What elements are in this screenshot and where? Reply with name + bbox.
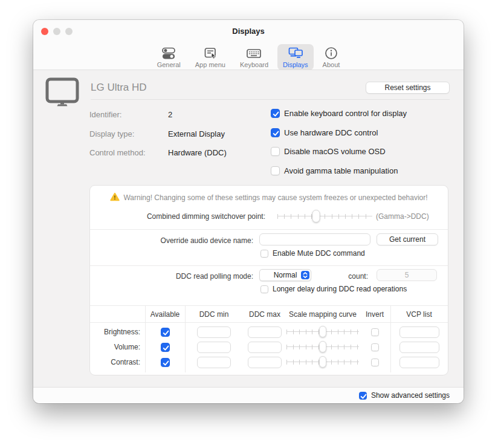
table-header-row: Available DDC min DDC max Scale mapping … — [90, 309, 448, 320]
panel-divider — [90, 305, 448, 306]
checkmark-icon — [360, 392, 367, 400]
option-hardware-ddc: Use hardware DDC control — [271, 128, 378, 137]
disable-osd-checkbox[interactable] — [271, 147, 280, 156]
checkbox-label: Enable Mute DDC command — [273, 249, 365, 258]
brightness-curve-slider[interactable] — [291, 326, 355, 339]
dimming-switchover-slider[interactable] — [277, 210, 372, 222]
brightness-ddc-max-input[interactable] — [248, 326, 282, 338]
contrast-ddc-min-input[interactable] — [197, 357, 231, 368]
checkbox-label: Use hardware DDC control — [284, 128, 378, 137]
volume-vcp-input[interactable] — [399, 342, 439, 353]
contrast-ddc-max-input[interactable] — [248, 357, 282, 368]
brightness-ddc-min-input[interactable] — [197, 326, 231, 338]
table-row-contrast: Contrast: — [90, 355, 448, 369]
panel-divider — [90, 229, 448, 230]
warning-row: Warning! Changing some of these settings… — [90, 192, 448, 203]
volume-invert-checkbox[interactable] — [371, 343, 379, 351]
slider-knob[interactable] — [319, 356, 326, 368]
show-advanced-checkbox[interactable] — [359, 392, 367, 400]
slider-knob[interactable] — [312, 210, 320, 222]
tab-label: General — [157, 61, 181, 68]
tab-general[interactable]: General — [152, 44, 186, 70]
warning-text: Warning! Changing some of these settings… — [123, 193, 427, 202]
volume-curve-slider[interactable] — [291, 341, 355, 354]
keyboard-icon — [246, 46, 262, 60]
tab-app-menu[interactable]: App menu — [190, 44, 231, 70]
displays-icon — [288, 46, 303, 60]
tab-about[interactable]: About — [317, 44, 346, 70]
preferences-toolbar: General App menu — [33, 43, 464, 70]
panel-divider — [90, 265, 448, 266]
hardware-ddc-checkbox[interactable] — [271, 128, 280, 137]
col-vcp-header: VCP list — [390, 310, 448, 319]
table-row-volume: Volume: — [90, 340, 448, 354]
identifier-value: 2 — [168, 110, 172, 119]
polling-mode-select[interactable]: Normal — [259, 269, 311, 281]
row-label: Contrast: — [90, 358, 145, 366]
count-label: count: — [348, 272, 368, 281]
slider-knob[interactable] — [319, 341, 326, 352]
header-divider — [91, 99, 450, 100]
display-type-label: Display type: — [89, 129, 165, 138]
checkmark-icon — [272, 110, 280, 118]
longer-delay-option: Longer delay during DDC read operations — [260, 285, 407, 293]
col-invert-header: Invert — [359, 310, 390, 319]
option-keyboard-control: Enable keyboard control for display — [271, 109, 407, 118]
title-bar[interactable]: Displays — [33, 20, 464, 43]
table-header-divider — [90, 322, 448, 323]
brightness-invert-checkbox[interactable] — [371, 328, 379, 336]
control-method-value: Hardware (DDC) — [168, 148, 227, 157]
checkmark-icon — [162, 344, 170, 352]
dimming-suffix-label: (Gamma->DDC) — [376, 212, 429, 221]
volume-ddc-min-input[interactable] — [197, 342, 231, 353]
tab-label: About — [323, 61, 340, 68]
identifier-label: Identifier: — [89, 110, 165, 119]
checkbox-label: Show advanced settings — [371, 391, 450, 400]
contrast-available-checkbox[interactable] — [161, 358, 170, 367]
longer-delay-checkbox[interactable] — [260, 285, 268, 293]
row-label: Volume: — [90, 343, 145, 351]
override-audio-label: Override audio device name: — [161, 236, 253, 245]
checkmark-icon — [162, 329, 170, 337]
brightness-vcp-input[interactable] — [399, 326, 439, 338]
info-icon — [324, 46, 338, 60]
option-disable-osd: Disable macOS volume OSD — [271, 147, 386, 156]
col-available-header: Available — [145, 310, 185, 319]
tab-label: Keyboard — [240, 61, 268, 68]
count-input[interactable] — [377, 269, 437, 281]
row-label: Brightness: — [90, 328, 145, 336]
window-title: Displays — [33, 27, 464, 36]
brightness-available-checkbox[interactable] — [161, 328, 170, 337]
col-ddc-max-header: DDC max — [243, 310, 286, 319]
slider-knob[interactable] — [319, 326, 326, 337]
avoid-gamma-checkbox[interactable] — [271, 166, 280, 175]
get-current-button[interactable]: Get current — [377, 233, 438, 245]
enable-mute-checkbox[interactable] — [260, 250, 268, 258]
option-avoid-gamma: Avoid gamma table manipulation — [271, 166, 398, 175]
keyboard-control-checkbox[interactable] — [271, 109, 280, 118]
displays-preferences-window: Displays General App menu — [33, 20, 464, 403]
slider-ticks — [277, 214, 372, 219]
audio-device-name-input[interactable] — [259, 233, 370, 245]
volume-ddc-max-input[interactable] — [248, 342, 282, 353]
col-ddc-min-header: DDC min — [185, 310, 243, 319]
contrast-invert-checkbox[interactable] — [371, 359, 379, 366]
reset-settings-button[interactable]: Reset settings — [366, 82, 450, 94]
mute-ddc-option: Enable Mute DDC command — [260, 249, 365, 258]
contrast-curve-slider[interactable] — [291, 356, 355, 369]
checkbox-label: Disable macOS volume OSD — [284, 147, 386, 156]
tab-label: App menu — [195, 61, 225, 68]
displays-pane: LG Ultra HD Reset settings Identifier: 2… — [33, 70, 464, 387]
show-advanced-option: Show advanced settings — [359, 391, 450, 400]
display-type-value: External Display — [168, 129, 225, 138]
advanced-settings-panel: Warning! Changing some of these settings… — [89, 185, 448, 375]
tab-displays[interactable]: Displays — [277, 44, 314, 70]
display-name: LG Ultra HD — [91, 82, 147, 94]
contrast-vcp-input[interactable] — [399, 357, 439, 368]
monitor-icon — [45, 77, 79, 109]
checkbox-label: Longer delay during DDC read operations — [273, 285, 407, 293]
menu-cursor-icon — [203, 46, 218, 60]
tab-keyboard[interactable]: Keyboard — [234, 44, 274, 70]
volume-available-checkbox[interactable] — [161, 343, 170, 352]
toggles-icon — [161, 46, 176, 60]
